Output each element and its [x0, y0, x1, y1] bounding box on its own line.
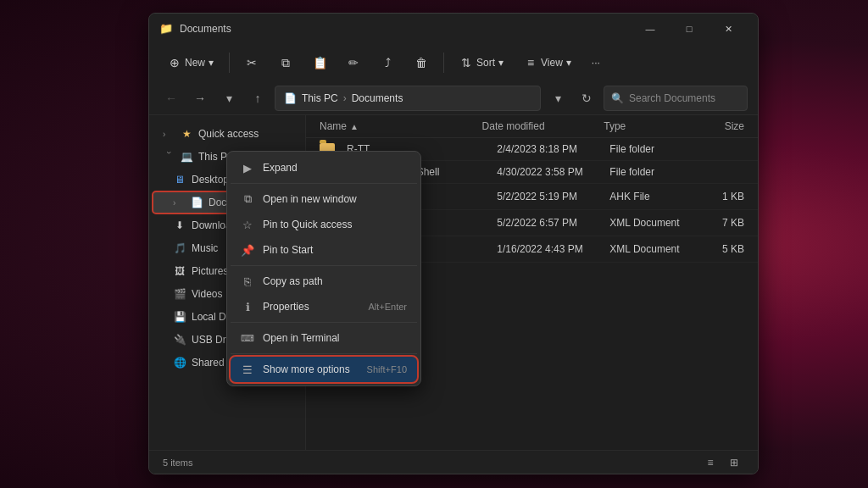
file-type: File folder [609, 166, 685, 178]
file-date: 5/2/2022 6:57 PM [497, 217, 609, 229]
quick-access-icon: ★ [180, 127, 193, 141]
window-title: Documents [180, 23, 231, 35]
toolbar-separator-2 [443, 53, 444, 73]
music-icon: 🎵 [173, 241, 186, 255]
context-label-copy-path: Copy as path [263, 275, 407, 287]
tiles-view-button[interactable]: ⊞ [724, 453, 744, 472]
title-bar-controls: — □ ✕ [631, 15, 748, 42]
delete-icon: 🗑 [415, 56, 428, 69]
context-item-properties[interactable]: ℹ Properties Alt+Enter [231, 294, 417, 319]
forward-button[interactable]: → [188, 86, 212, 110]
view-icons: ≡ ⊞ [700, 453, 744, 472]
back-button[interactable]: ← [159, 86, 183, 110]
context-label-properties: Properties [263, 301, 359, 313]
rename-icon: ✏ [347, 56, 360, 69]
close-button[interactable]: ✕ [709, 15, 748, 42]
context-label-pin-quick-access: Pin to Quick access [263, 219, 407, 230]
column-size[interactable]: Size [685, 120, 744, 132]
context-separator-3 [231, 322, 417, 323]
details-view-button[interactable]: ≡ [700, 453, 721, 472]
column-date[interactable]: Date modified [482, 120, 604, 132]
context-separator-1 [231, 183, 417, 184]
item-count: 5 items [163, 458, 192, 468]
open-terminal-icon: ⌨ [241, 331, 254, 345]
new-button[interactable]: ⊕ New ▾ [159, 52, 222, 74]
context-label-show-more: Show more options [263, 363, 359, 375]
paste-icon: 📋 [313, 56, 326, 69]
path-separator-1: › [343, 92, 347, 104]
properties-shortcut: Alt+Enter [368, 302, 407, 312]
delete-button[interactable]: 🗑 [406, 52, 437, 74]
title-bar-left: 📁 Documents [159, 22, 231, 36]
sidebar-label-music: Music [192, 242, 218, 254]
usb-drive-icon: 🔌 [173, 333, 186, 347]
file-type: XML Document [609, 243, 685, 255]
context-item-copy-path[interactable]: ⎘ Copy as path [231, 269, 417, 294]
path-documents: Documents [352, 92, 403, 104]
context-separator-4 [231, 353, 417, 354]
show-more-shortcut: Shift+F10 [367, 364, 407, 374]
search-box[interactable]: 🔍 Search Documents [604, 86, 748, 111]
sidebar-item-quick-access[interactable]: › ★ Quick access [153, 123, 302, 145]
context-item-pin-start[interactable]: 📌 Pin to Start [231, 237, 417, 263]
column-name[interactable]: Name ▲ [320, 120, 482, 132]
this-pc-icon: 💻 [180, 150, 193, 164]
sidebar-label-pictures: Pictures [192, 265, 228, 277]
pin-start-icon: 📌 [241, 243, 254, 257]
title-bar: 📁 Documents — □ ✕ [149, 14, 758, 44]
chevron-open-icon: › [164, 151, 174, 163]
context-item-expand[interactable]: ▶ Expand [231, 155, 417, 180]
paste-button[interactable]: 📋 [304, 52, 335, 74]
address-dropdown-button[interactable]: ▾ [546, 86, 570, 110]
cut-button[interactable]: ✂ [236, 52, 267, 74]
file-type: XML Document [609, 217, 685, 229]
context-item-show-more[interactable]: ☰ Show more options Shift+F10 [231, 357, 417, 382]
context-item-pin-quick-access[interactable]: ☆ Pin to Quick access [231, 212, 417, 237]
context-label-open-terminal: Open in Terminal [263, 332, 407, 344]
pictures-icon: 🖼 [173, 264, 186, 278]
status-bar: 5 items ≡ ⊞ [149, 450, 758, 474]
sort-arrow-icon: ▲ [350, 122, 359, 131]
sort-button[interactable]: ⇅ Sort ▾ [451, 52, 512, 74]
copy-button[interactable]: ⧉ [270, 52, 301, 74]
recent-locations-button[interactable]: ▾ [217, 86, 241, 110]
address-bar: ← → ▾ ↑ 📄 This PC › Documents ▾ ↻ 🔍 Sear… [149, 81, 758, 115]
videos-icon: 🎬 [173, 287, 186, 301]
documents-icon: 📄 [190, 196, 203, 209]
expand-icon: ▶ [241, 161, 254, 175]
maximize-button[interactable]: □ [670, 15, 709, 42]
share-icon: ⤴ [381, 56, 394, 69]
address-path[interactable]: 📄 This PC › Documents [275, 86, 541, 111]
minimize-button[interactable]: — [631, 15, 670, 42]
up-button[interactable]: ↑ [246, 86, 270, 110]
open-new-window-icon: ⧉ [241, 192, 254, 206]
view-button[interactable]: ≡ View ▾ [515, 52, 580, 74]
context-separator-2 [231, 265, 417, 266]
file-size: 1 KB [685, 191, 744, 202]
file-date: 5/2/2022 5:19 PM [497, 191, 609, 202]
toolbar: ⊕ New ▾ ✂ ⧉ 📋 ✏ ⤴ 🗑 ⇅ Sort ▾ ≡ [149, 44, 758, 81]
share-button[interactable]: ⤴ [372, 52, 403, 74]
copy-path-icon: ⎘ [241, 274, 254, 288]
plus-icon: ⊕ [168, 56, 181, 69]
file-date: 2/4/2023 8:18 PM [497, 143, 609, 155]
rename-button[interactable]: ✏ [338, 52, 369, 74]
file-size: 5 KB [685, 243, 744, 255]
sidebar-label-videos: Videos [192, 288, 222, 300]
file-size: 7 KB [685, 217, 744, 229]
search-icon: 🔍 [611, 92, 624, 104]
file-type: AHK File [609, 191, 685, 202]
column-type[interactable]: Type [604, 120, 685, 132]
more-button[interactable]: ··· [583, 53, 609, 73]
path-icon: 📄 [284, 92, 297, 104]
cut-icon: ✂ [245, 56, 259, 69]
local-disk-icon: 💾 [173, 310, 186, 324]
refresh-button[interactable]: ↻ [575, 86, 598, 110]
context-item-open-new-window[interactable]: ⧉ Open in new window [231, 186, 417, 212]
context-item-open-terminal[interactable]: ⌨ Open in Terminal [231, 325, 417, 351]
sidebar-label-quick-access: Quick access [198, 128, 259, 140]
pin-quick-access-icon: ☆ [241, 218, 254, 231]
show-more-icon: ☰ [241, 363, 254, 376]
file-date: 1/16/2022 4:43 PM [497, 243, 609, 255]
window-icon: 📁 [159, 22, 173, 36]
